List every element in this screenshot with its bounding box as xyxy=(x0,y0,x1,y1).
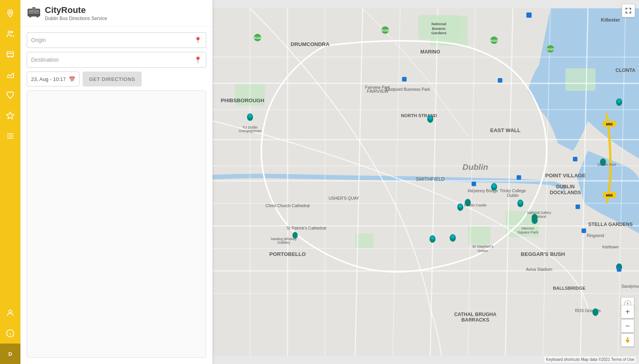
sidebar-item-list[interactable] xyxy=(0,126,20,146)
svg-point-112 xyxy=(617,99,621,103)
svg-text:National: National xyxy=(432,22,447,26)
svg-text:Trinity College: Trinity College xyxy=(500,189,526,193)
svg-point-137 xyxy=(593,309,598,316)
svg-rect-3 xyxy=(7,52,14,57)
svg-text:CLONTA: CLONTA xyxy=(615,68,635,73)
svg-point-13 xyxy=(9,310,11,313)
svg-text:Gardens: Gardens xyxy=(431,31,447,35)
svg-rect-139 xyxy=(498,78,502,83)
svg-text:PORTOBELLO: PORTOBELLO xyxy=(270,251,306,257)
svg-rect-143 xyxy=(576,204,580,209)
svg-text:R102: R102 xyxy=(491,39,498,42)
svg-point-2 xyxy=(11,31,13,33)
svg-text:USHER'S QUAY: USHER'S QUAY xyxy=(329,196,359,200)
origin-input[interactable] xyxy=(31,37,194,43)
svg-rect-21 xyxy=(32,7,35,10)
svg-text:Grangegorman: Grangegorman xyxy=(239,129,262,133)
svg-text:Dublin: Dublin xyxy=(462,162,488,171)
sidebar-item-info[interactable] xyxy=(0,323,20,344)
map-zoom-controls: + − xyxy=(621,305,634,333)
results-area[interactable] xyxy=(27,90,206,358)
calendar-icon: 📅 xyxy=(69,76,75,82)
svg-point-108 xyxy=(451,235,455,239)
sidebar-item-bus[interactable] xyxy=(0,44,20,64)
get-directions-button[interactable]: GET DIRECTIONS xyxy=(83,72,142,86)
origin-input-row: 📍 xyxy=(27,32,206,48)
sidebar: D xyxy=(0,0,20,364)
svg-point-104 xyxy=(519,200,523,204)
svg-text:BALLSBRIDGE: BALLSBRIDGE xyxy=(553,286,585,290)
svg-point-0 xyxy=(9,11,11,14)
svg-text:SMITHFIELD: SMITHFIELD xyxy=(416,176,445,182)
svg-text:Dublin Port: Dublin Port xyxy=(597,162,616,167)
svg-text:R108: R108 xyxy=(382,29,389,32)
svg-text:EAST WALL: EAST WALL xyxy=(490,127,521,133)
svg-text:Irishtown: Irishtown xyxy=(602,245,619,249)
svg-rect-144 xyxy=(582,228,586,233)
svg-text:Distillery: Distillery xyxy=(277,241,290,245)
svg-text:BARRACKS: BARRACKS xyxy=(462,317,489,323)
svg-text:M50: M50 xyxy=(606,122,613,126)
svg-point-1 xyxy=(8,31,11,33)
svg-text:R105: R105 xyxy=(547,48,554,51)
sidebar-item-favorites[interactable] xyxy=(0,85,20,105)
svg-rect-145 xyxy=(617,267,621,272)
svg-text:Ringsend: Ringsend xyxy=(587,233,604,238)
header-text: CityRoute Dublin Bus Directions Service xyxy=(45,5,107,21)
svg-text:TU Dublin: TU Dublin xyxy=(242,125,257,129)
svg-text:National Gallery: National Gallery xyxy=(527,211,552,215)
svg-marker-9 xyxy=(7,112,14,119)
svg-text:DRUMCONDRA: DRUMCONDRA xyxy=(291,41,330,47)
sidebar-item-settings[interactable]: D xyxy=(0,344,20,364)
sidebar-item-chart[interactable] xyxy=(0,64,20,85)
svg-point-110 xyxy=(430,236,434,240)
sidebar-item-people[interactable] xyxy=(0,24,20,44)
svg-text:PHIBSBOROUGH: PHIBSBOROUGH xyxy=(221,97,264,103)
svg-text:M50: M50 xyxy=(606,193,613,197)
svg-text:Botanic: Botanic xyxy=(432,26,446,31)
svg-rect-141 xyxy=(471,182,476,186)
map-attribution: Keyboard shortcuts Map data ©2021 Terms … xyxy=(544,357,636,362)
svg-point-133 xyxy=(292,232,297,239)
sidebar-item-map[interactable] xyxy=(0,3,20,24)
app-header: CityRoute Dublin Bus Directions Service xyxy=(20,0,212,27)
svg-text:Dublin: Dublin xyxy=(507,193,519,198)
svg-point-19 xyxy=(30,16,31,18)
datetime-value: 23, Aug - 10:17 xyxy=(31,76,66,82)
svg-text:STELLA GARDENS: STELLA GARDENS xyxy=(588,222,633,227)
svg-text:of Ireland: of Ireland xyxy=(532,215,546,219)
destination-input[interactable] xyxy=(31,57,194,63)
origin-location-icon[interactable]: 📍 xyxy=(194,37,202,44)
svg-rect-138 xyxy=(402,77,406,81)
app-logo xyxy=(27,5,41,22)
svg-point-98 xyxy=(428,116,432,120)
svg-point-20 xyxy=(37,16,39,18)
svg-point-151 xyxy=(627,337,629,339)
datetime-picker[interactable]: 23, Aug - 10:17 📅 xyxy=(27,72,79,86)
svg-text:MARINO: MARINO xyxy=(420,49,440,55)
sidebar-item-account[interactable] xyxy=(0,303,20,323)
map-pegman-button[interactable] xyxy=(621,333,634,347)
svg-text:Aviva Stadium: Aviva Stadium xyxy=(526,267,552,272)
svg-text:Christ Church Cathedral: Christ Church Cathedral xyxy=(266,204,310,208)
svg-text:St Patrick's Cathedral: St Patrick's Cathedral xyxy=(286,226,326,230)
svg-text:Dublin Castle: Dublin Castle xyxy=(464,203,487,207)
svg-text:POINT VILLAGE: POINT VILLAGE xyxy=(545,173,585,178)
svg-point-100 xyxy=(492,184,496,188)
svg-rect-140 xyxy=(517,175,521,180)
destination-input-row: 📍 xyxy=(27,52,206,68)
destination-location-icon[interactable]: 📍 xyxy=(194,56,202,64)
svg-rect-28 xyxy=(468,226,490,245)
app-title: CityRoute xyxy=(45,5,107,15)
svg-text:DOCKLANDS: DOCKLANDS xyxy=(550,190,581,195)
svg-text:CATHAL BRUGHA: CATHAL BRUGHA xyxy=(454,312,497,317)
svg-point-114 xyxy=(248,114,252,118)
map-area: M50 M50 R108 R108 R102 R105 DRUMCONDRA M… xyxy=(212,0,639,364)
zoom-out-button[interactable]: − xyxy=(621,319,634,333)
settings-label: D xyxy=(8,351,12,357)
zoom-in-button[interactable]: + xyxy=(621,305,634,318)
svg-text:DUBLIN: DUBLIN xyxy=(556,184,575,189)
sidebar-item-starred[interactable] xyxy=(0,105,20,126)
svg-text:Square Park: Square Park xyxy=(517,230,538,234)
map-expand-button[interactable] xyxy=(622,4,635,17)
